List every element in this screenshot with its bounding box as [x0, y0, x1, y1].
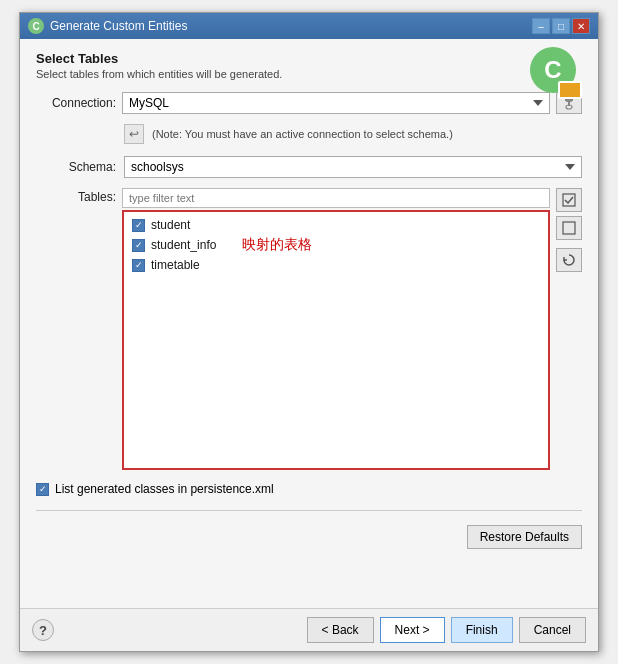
- section-title: Select Tables: [36, 51, 582, 66]
- restore-defaults-button[interactable]: Restore Defaults: [467, 525, 582, 549]
- tables-label: Tables:: [36, 188, 116, 204]
- table-name-timetable: timetable: [151, 258, 200, 272]
- table-name-student: student: [151, 218, 190, 232]
- svg-point-4: [566, 105, 572, 109]
- deselect-all-icon: [562, 221, 576, 235]
- table-name-student-info: student_info: [151, 238, 216, 252]
- restore-row: Restore Defaults: [36, 525, 582, 549]
- logo-badge: [558, 81, 582, 99]
- persistence-checkbox[interactable]: [36, 483, 49, 496]
- tables-container: student student_info 映射的表格 timetable: [122, 188, 550, 470]
- dialog-window: C Generate Custom Entities – □ ✕ Select …: [19, 12, 599, 652]
- note-text: (Note: You must have an active connectio…: [152, 128, 453, 140]
- note-row: ↩ (Note: You must have an active connect…: [124, 124, 582, 144]
- persistence-label: List generated classes in persistence.xm…: [55, 482, 274, 496]
- connection-label: Connection:: [36, 96, 116, 110]
- select-all-icon: [562, 193, 576, 207]
- app-icon: C: [28, 18, 44, 34]
- window-controls[interactable]: – □ ✕: [532, 18, 590, 34]
- cancel-button[interactable]: Cancel: [519, 617, 586, 643]
- list-item: student_info 映射的表格: [128, 234, 544, 256]
- student-info-checkbox[interactable]: [132, 239, 145, 252]
- deselect-all-button[interactable]: [556, 216, 582, 240]
- dialog-title: Generate Custom Entities: [50, 19, 187, 33]
- side-buttons: [556, 188, 582, 272]
- filter-input[interactable]: [122, 188, 550, 208]
- back-button[interactable]: < Back: [307, 617, 374, 643]
- timetable-checkbox[interactable]: [132, 259, 145, 272]
- mapped-label: 映射的表格: [242, 236, 312, 254]
- dialog-footer: ? < Back Next > Finish Cancel: [20, 608, 598, 651]
- maximize-button[interactable]: □: [552, 18, 570, 34]
- app-logo: C: [530, 47, 582, 99]
- section-header: Select Tables Select tables from which e…: [36, 51, 582, 80]
- help-button[interactable]: ?: [32, 619, 54, 641]
- schema-row: Schema: schoolsys: [36, 156, 582, 178]
- refresh-icon: [562, 253, 576, 267]
- note-icon: ↩: [124, 124, 144, 144]
- schema-select[interactable]: schoolsys: [124, 156, 582, 178]
- svg-rect-6: [563, 222, 575, 234]
- connection-select[interactable]: MySQL: [122, 92, 550, 114]
- footer-left: ?: [32, 619, 54, 641]
- student-checkbox[interactable]: [132, 219, 145, 232]
- select-all-button[interactable]: [556, 188, 582, 212]
- header-section: Select Tables Select tables from which e…: [36, 51, 582, 84]
- minimize-button[interactable]: –: [532, 18, 550, 34]
- tables-area: Tables: student student_info 映射的表格: [36, 188, 582, 470]
- finish-button[interactable]: Finish: [451, 617, 513, 643]
- next-button[interactable]: Next >: [380, 617, 445, 643]
- refresh-button[interactable]: [556, 248, 582, 272]
- dialog-content: Select Tables Select tables from which e…: [20, 39, 598, 608]
- close-button[interactable]: ✕: [572, 18, 590, 34]
- separator: [36, 510, 582, 511]
- tables-list: student student_info 映射的表格 timetable: [122, 210, 550, 470]
- persistence-row: List generated classes in persistence.xm…: [36, 482, 582, 496]
- list-item: timetable: [128, 256, 544, 274]
- list-item: student: [128, 216, 544, 234]
- title-bar-left: C Generate Custom Entities: [28, 18, 187, 34]
- connection-row: Connection: MySQL: [36, 92, 582, 114]
- title-bar: C Generate Custom Entities – □ ✕: [20, 13, 598, 39]
- svg-rect-5: [563, 194, 575, 206]
- footer-right: < Back Next > Finish Cancel: [307, 617, 586, 643]
- schema-label: Schema:: [36, 160, 116, 174]
- section-subtitle: Select tables from which entities will b…: [36, 68, 582, 80]
